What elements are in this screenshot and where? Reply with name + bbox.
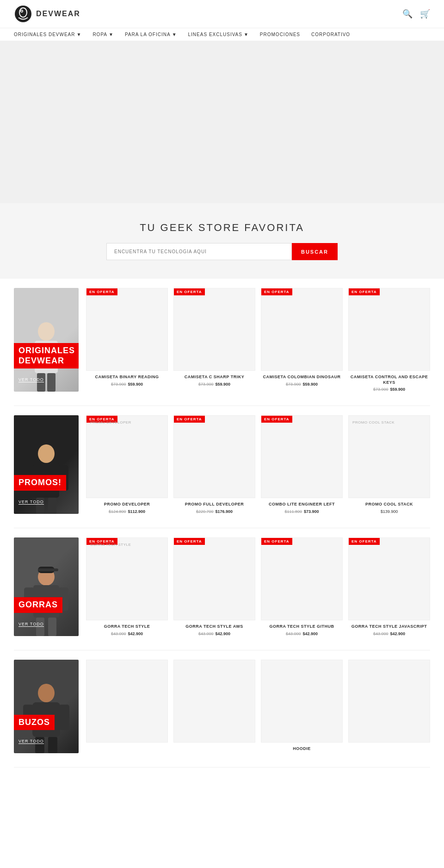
nav-item-oficina[interactable]: PARA LA OFICINA ▼ bbox=[125, 32, 177, 37]
price-new: $42.900 bbox=[390, 631, 406, 636]
product-prices: $73.900$59.900 bbox=[261, 382, 343, 387]
product-card[interactable]: EN OFERTACombo Lite Engineer Left$111.80… bbox=[261, 415, 343, 514]
products-grid-gorras: EN OFERTAGORRA TECH STYLEGORRA TECH STYL… bbox=[86, 537, 430, 636]
product-image-wrap: EN OFERTA bbox=[261, 537, 343, 620]
product-name: PROMO FULL DEVELOPER bbox=[173, 502, 255, 507]
product-name: HOODIE bbox=[261, 746, 343, 752]
product-prices: $73.900$59.900 bbox=[348, 387, 430, 392]
price-new: $59.900 bbox=[128, 382, 143, 387]
ver-todo-buzos[interactable]: VER TODO bbox=[18, 739, 44, 744]
product-inside-label: PROMO DEVELOPER bbox=[90, 420, 131, 425]
product-card[interactable]: EN OFERTAGORRA TECH STYLE GITHUB$43.000$… bbox=[261, 537, 343, 636]
product-card[interactable] bbox=[348, 660, 430, 754]
product-image-wrap bbox=[86, 660, 168, 743]
product-card[interactable]: EN OFERTACAMISETA COLOMBIAN DINOSAUR$73.… bbox=[261, 288, 343, 392]
price-old: $124.800 bbox=[109, 509, 126, 514]
svg-rect-9 bbox=[47, 373, 56, 392]
header-actions: 🔍 🛒 bbox=[402, 9, 430, 19]
search-input[interactable] bbox=[106, 243, 292, 260]
product-name: CAMISETA COLOMBIAN DINOSAUR bbox=[261, 375, 343, 380]
banner-buzos[interactable]: BUZOSVER TODO bbox=[14, 660, 79, 754]
product-image-inner: PROMO COOL STACK bbox=[349, 416, 430, 498]
nav-item-corporativo[interactable]: CORPORATIVO bbox=[311, 32, 350, 37]
product-card[interactable]: EN OFERTAGORRA TECH STYLE JAVASCRIPT$43.… bbox=[348, 537, 430, 636]
cart-icon[interactable]: 🛒 bbox=[420, 9, 430, 19]
chevron-down-icon: ▼ bbox=[76, 32, 81, 37]
product-card[interactable] bbox=[86, 660, 168, 754]
svg-rect-29 bbox=[48, 737, 57, 753]
product-image-inner: PROMO DEVELOPER bbox=[86, 416, 167, 498]
price-old: $73.900 bbox=[373, 387, 388, 392]
price-new: $42.900 bbox=[303, 631, 318, 636]
product-name: CAMISETA CONTROL AND ESCAPE KEYS bbox=[348, 375, 430, 385]
search-button[interactable]: BUSCAR bbox=[292, 243, 338, 260]
price-old: $43.000 bbox=[111, 631, 126, 636]
product-prices: $139.900 bbox=[348, 509, 430, 514]
search-icon[interactable]: 🔍 bbox=[402, 9, 413, 19]
product-image-wrap: EN OFERTA bbox=[261, 415, 343, 498]
ver-todo-promos[interactable]: VER TODO bbox=[18, 500, 44, 505]
ver-todo-originales[interactable]: VER TODO bbox=[18, 377, 44, 382]
svg-point-3 bbox=[21, 11, 23, 12]
price-old: $43.000 bbox=[198, 631, 214, 636]
product-name: CAMISETA C SHARP TRIKY bbox=[173, 375, 255, 380]
price-new: $42.900 bbox=[216, 631, 231, 636]
product-card[interactable]: EN OFERTACAMISETA C SHARP TRIKY$73.900$5… bbox=[173, 288, 255, 392]
product-prices: $43.000$42.900 bbox=[348, 631, 430, 636]
product-prices: $124.800$112.900 bbox=[86, 509, 168, 514]
price-new: $139.900 bbox=[381, 509, 398, 514]
section-buzos: BUZOSVER TODOHOODIE bbox=[0, 650, 444, 763]
price-old: $43.000 bbox=[286, 631, 301, 636]
search-section: TU GEEK STORE FAVORITA BUSCAR bbox=[0, 203, 444, 279]
product-card[interactable]: EN OFERTAPROMO FULL DEVELOPER$220.700$17… bbox=[173, 415, 255, 514]
product-name: Combo Lite Engineer Left bbox=[261, 502, 343, 507]
product-image-wrap: EN OFERTA bbox=[348, 288, 430, 371]
product-image-wrap bbox=[173, 660, 255, 743]
product-image-wrap: EN OFERTA bbox=[173, 415, 255, 498]
price-new: $42.900 bbox=[128, 631, 143, 636]
product-name: GORRA TECH STYLE JAVASCRIPT bbox=[348, 624, 430, 630]
product-prices: $73.900$59.900 bbox=[86, 382, 168, 387]
banner-label-originales: ORIGINALES DEVWEAR bbox=[14, 343, 79, 368]
logo-text: DEVWEAR bbox=[36, 10, 80, 18]
product-image-wrap: EN OFERTA bbox=[86, 288, 168, 371]
product-card[interactable]: EN OFERTAPROMO DEVELOPERPROMO DEVELOPER$… bbox=[86, 415, 168, 514]
product-prices: $220.700$176.900 bbox=[173, 509, 255, 514]
products-grid-originales: EN OFERTACAMISETA BINARY READING$73.900$… bbox=[86, 288, 430, 392]
price-old: $73.900 bbox=[198, 382, 214, 387]
product-card[interactable]: EN OFERTAGORRA TECH STYLEGORRA TECH STYL… bbox=[86, 537, 168, 636]
product-card[interactable]: PROMO COOL STACKPROMO COOL STACK$139.900 bbox=[348, 415, 430, 514]
logo[interactable]: DEVWEAR bbox=[14, 5, 80, 23]
product-card[interactable] bbox=[173, 660, 255, 754]
hero-banner bbox=[0, 41, 444, 203]
product-card[interactable]: EN OFERTACAMISETA BINARY READING$73.900$… bbox=[86, 288, 168, 392]
svg-point-4 bbox=[38, 322, 55, 341]
product-name: CAMISETA BINARY READING bbox=[86, 375, 168, 380]
product-image-inner bbox=[261, 660, 342, 742]
banner-promos[interactable]: PROMOS!VER TODO bbox=[14, 415, 79, 514]
product-prices: $43.000$42.900 bbox=[261, 631, 343, 636]
price-new: $112.900 bbox=[128, 509, 146, 514]
price-old: $73.900 bbox=[286, 382, 301, 387]
products-grid-buzos: HOODIE bbox=[86, 660, 430, 754]
product-name: GORRA TECH STYLE bbox=[86, 624, 168, 630]
banner-gorras[interactable]: GORRASVER TODO bbox=[14, 537, 79, 636]
product-card[interactable]: EN OFERTACAMISETA CONTROL AND ESCAPE KEY… bbox=[348, 288, 430, 392]
nav-item-originales[interactable]: ORIGINALES DEVWEAR ▼ bbox=[14, 32, 81, 37]
product-image-wrap bbox=[261, 660, 343, 743]
nav-item-promociones[interactable]: PROMOCIONES bbox=[260, 32, 300, 37]
product-image-inner bbox=[174, 288, 255, 370]
banner-originales[interactable]: ORIGINALES DEVWEARVER TODO bbox=[14, 288, 79, 392]
ver-todo-gorras[interactable]: VER TODO bbox=[18, 622, 44, 627]
product-image-inner bbox=[261, 416, 342, 498]
product-card[interactable]: EN OFERTAGORRA TECH STYLE AWS$43.000$42.… bbox=[173, 537, 255, 636]
price-new: $59.900 bbox=[216, 382, 231, 387]
price-new: $59.900 bbox=[303, 382, 318, 387]
product-image-inner bbox=[86, 288, 167, 370]
product-image-inner bbox=[261, 538, 342, 620]
nav-item-lineas[interactable]: LINEAS EXCLUSIVAS ▼ bbox=[188, 32, 249, 37]
svg-rect-8 bbox=[37, 373, 45, 392]
svg-rect-27 bbox=[59, 705, 69, 730]
product-card[interactable]: HOODIE bbox=[261, 660, 343, 754]
nav-item-ropa[interactable]: ROPA ▼ bbox=[92, 32, 114, 37]
